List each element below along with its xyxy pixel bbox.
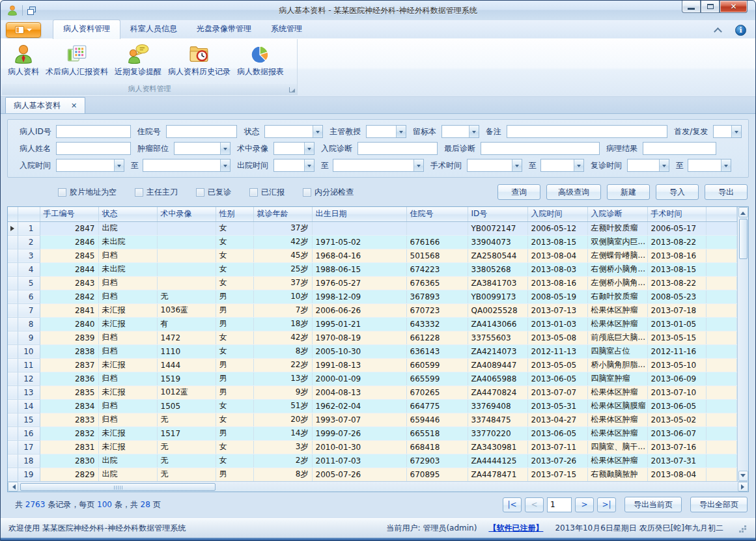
table-row[interactable]: 122836归档1519男13岁2000-01-09665599ZA406598… [8, 372, 737, 385]
ribbon-button-2[interactable]: 术后病人汇报资料 [42, 41, 111, 79]
cell-gender[interactable]: 女 [216, 413, 253, 426]
action-button-高级查询[interactable]: 高级查询 [546, 184, 601, 200]
cell-id-no[interactable]: 33770220 [468, 426, 527, 440]
cell-id-no[interactable]: YB0099173 [468, 290, 527, 303]
row-number-cell[interactable]: 13 [18, 385, 40, 399]
scroll-up-button[interactable] [738, 207, 748, 217]
cell-gender[interactable]: 女 [216, 276, 253, 290]
cell-admission-no[interactable]: 674223 [406, 262, 468, 276]
cell-surgery-date[interactable]: 2013-08-22 [647, 235, 706, 249]
cell-status[interactable]: 归档 [98, 344, 157, 358]
cell-admission-no[interactable]: 643332 [406, 317, 468, 331]
maximize-button[interactable] [701, 1, 720, 13]
row-number-cell[interactable]: 3 [18, 249, 40, 262]
cell-status[interactable]: 未汇报 [98, 303, 157, 317]
cell-surgery-date[interactable]: 2013-05-02 [647, 413, 706, 426]
cell-admit-date[interactable]: 2013-06-05 [527, 426, 587, 440]
cell-manual-no[interactable]: 2830 [40, 454, 98, 467]
table-row[interactable]: 152833归档无女20岁1993-07-0765944633748475201… [8, 413, 737, 426]
cell-surgery-date[interactable]: 2013-08-04 [647, 467, 706, 481]
table-row[interactable]: 162832未汇报1517男14岁1999-07-266655183377022… [8, 426, 737, 440]
ribbon-button-4[interactable]: 病人资料历史记录 [165, 41, 234, 79]
column-header-surgery-date[interactable]: 手术时间 [647, 207, 706, 221]
cell-diagnosis[interactable]: 松果体区脑膜瘤 [587, 399, 647, 413]
cell-status[interactable]: 未出院 [98, 235, 157, 249]
dropdown-button[interactable] [659, 160, 669, 171]
cell-birth-date[interactable]: 2006-06-26 [312, 303, 406, 317]
text-input-病人ID号[interactable] [56, 125, 131, 138]
cell-diagnosis[interactable]: 左额叶胶质瘤 [587, 221, 647, 235]
cell-gender[interactable]: 女 [216, 344, 253, 358]
cell-surgery-date[interactable]: 2013-08-22 [647, 276, 706, 290]
cell-gender[interactable]: 女 [216, 399, 253, 413]
cell-admission-no[interactable]: 367893 [406, 290, 468, 303]
cell-id-no[interactable]: ZA4143066 [468, 317, 527, 331]
cell-surgery-date[interactable]: 2013-06-07 [647, 426, 706, 440]
cell-birth-date[interactable]: 2011-07-03 [312, 454, 406, 467]
cell-surgery-date[interactable]: 2013-05-15 [647, 331, 706, 344]
cell-video[interactable] [157, 221, 216, 235]
table-row[interactable]: 92839归档1472女42岁1970-08-19661228337556032… [8, 331, 737, 344]
cell-diagnosis[interactable]: 四脑室占位 [587, 344, 647, 358]
row-indicator-cell[interactable] [8, 331, 18, 344]
cell-id-no[interactable]: YB0072147 [468, 221, 527, 235]
cell-admit-date[interactable]: 2006-05-12 [527, 221, 587, 235]
dropdown-button[interactable] [304, 160, 314, 171]
cell-manual-no[interactable]: 2836 [40, 372, 98, 385]
cell-video[interactable]: 无 [157, 454, 216, 467]
cell-diagnosis[interactable]: 右额颞脑脓肿 [587, 467, 647, 481]
application-menu-button[interactable] [6, 22, 41, 38]
cell-manual-no[interactable]: 2846 [40, 235, 98, 249]
cell-admission-no[interactable]: 670895 [406, 467, 468, 481]
scroll-down-button[interactable] [738, 471, 748, 481]
cell-id-no[interactable]: 33904073 [468, 235, 527, 249]
row-number-cell[interactable]: 16 [18, 426, 40, 440]
dropdown-button[interactable] [721, 160, 731, 171]
cell-manual-no[interactable]: 2832 [40, 426, 98, 440]
cell-birth-date[interactable]: 2010-01-30 [312, 440, 406, 454]
checkbox-item-1[interactable]: 胶片地址为空 [58, 187, 117, 198]
registered-link[interactable]: 【软件已注册】 [488, 523, 543, 534]
cell-admission-no[interactable] [406, 221, 468, 235]
cell-admit-date[interactable]: 2013-08-04 [527, 249, 587, 262]
checkbox-item-4[interactable]: 已汇报 [249, 187, 285, 198]
row-number-cell[interactable]: 15 [18, 413, 40, 426]
export-current-page-button[interactable]: 导出当前页 [624, 497, 682, 512]
table-row[interactable]: 12847出院女37岁YB00721472006-05-12左额叶胶质瘤2006… [8, 221, 737, 235]
cell-video[interactable]: 1472 [157, 331, 216, 344]
checkbox[interactable] [135, 188, 143, 197]
text-input-入院诊断[interactable] [357, 142, 438, 155]
cell-id-no[interactable]: ZA4444125 [468, 454, 527, 467]
collapse-ribbon-icon[interactable] [714, 27, 722, 36]
row-indicator-cell[interactable] [8, 290, 18, 303]
cell-age[interactable]: 45岁 [253, 249, 312, 262]
dropdown-button[interactable] [114, 160, 124, 171]
cell-gender[interactable]: 男 [216, 372, 253, 385]
cell-surgery-date[interactable]: 2013-07-18 [647, 303, 706, 317]
cell-admission-no[interactable]: 660599 [406, 358, 468, 372]
cell-manual-no[interactable]: 2840 [40, 317, 98, 331]
tab-close-icon[interactable]: ✕ [71, 102, 77, 110]
cell-admit-date[interactable]: 2013-05-05 [527, 358, 587, 372]
pager-button->|[interactable]: >| [597, 497, 616, 512]
dropdown-button[interactable] [574, 160, 583, 171]
cell-admission-no[interactable]: 659446 [406, 413, 468, 426]
cell-birth-date[interactable]: 2005-07-26 [312, 467, 406, 481]
checkbox-item-5[interactable]: 内分泌检查 [303, 187, 354, 198]
cell-admission-no[interactable]: 672903 [406, 454, 468, 467]
cell-birth-date[interactable]: 2004-08-13 [312, 385, 406, 399]
combo-input-至[interactable] [333, 159, 424, 172]
tab-patient-basic-info[interactable]: 病人基本资料 ✕ [5, 97, 85, 113]
cell-age[interactable]: 25岁 [253, 262, 312, 276]
cell-surgery-date[interactable]: 2006-05-17 [647, 221, 706, 235]
cell-manual-no[interactable]: 2847 [40, 221, 98, 235]
cell-surgery-date[interactable]: 2013-06-05 [647, 399, 706, 413]
row-indicator-cell[interactable] [8, 426, 18, 440]
cell-id-no[interactable]: QA0025528 [468, 303, 527, 317]
cell-gender[interactable]: 男 [216, 290, 253, 303]
cell-manual-no[interactable]: 2838 [40, 344, 98, 358]
cell-gender[interactable]: 女 [216, 221, 253, 235]
text-input-病理结果[interactable] [643, 142, 716, 155]
row-number-cell[interactable]: 11 [18, 358, 40, 372]
cell-status[interactable]: 归档 [98, 249, 157, 262]
